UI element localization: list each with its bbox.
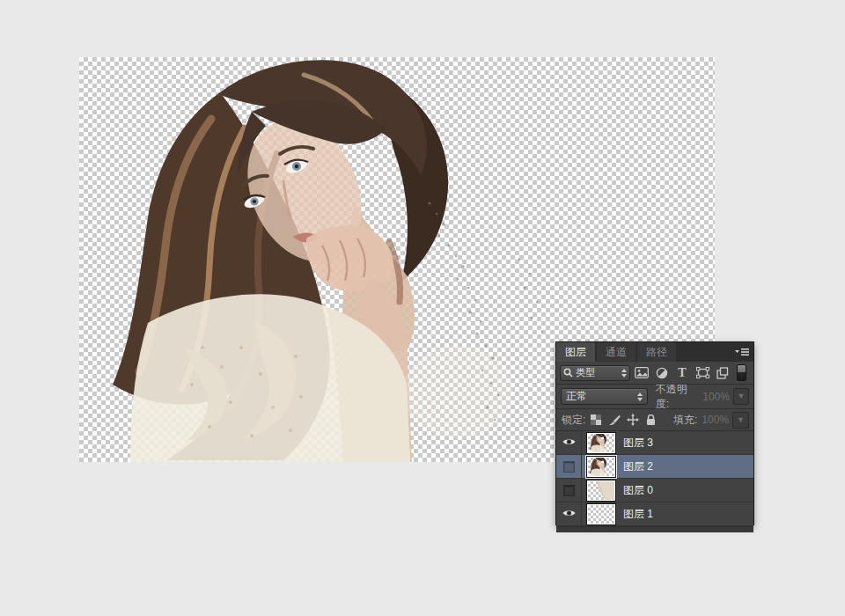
- tab-paths[interactable]: 路径: [637, 342, 676, 362]
- layer-thumbnail[interactable]: [587, 457, 615, 477]
- lock-label: 锁定:: [562, 413, 585, 428]
- filter-kind-select[interactable]: 类型: [560, 365, 630, 381]
- layer-name[interactable]: 图层 3: [623, 436, 653, 451]
- tab-layers[interactable]: 图层: [556, 342, 595, 362]
- filter-adjustment-layers-button[interactable]: [653, 365, 671, 381]
- layer-thumbnail[interactable]: [587, 433, 615, 453]
- layer-name[interactable]: 图层 1: [623, 507, 653, 522]
- lock-all-icon[interactable]: [643, 413, 659, 427]
- panel-menu-icon[interactable]: [734, 346, 750, 358]
- layer-row-3[interactable]: 图层 3: [556, 431, 753, 455]
- panel-tabbar: 图层 通道 路径: [556, 342, 753, 362]
- fill-value: 100%: [702, 414, 729, 426]
- layers-panel: 图层 通道 路径 类型: [555, 341, 754, 525]
- tab-channels[interactable]: 通道: [597, 342, 636, 362]
- visibility-toggle[interactable]: [556, 479, 582, 502]
- visibility-checkbox-empty: [563, 461, 575, 473]
- blend-mode-value: 正常: [566, 389, 637, 404]
- lock-row: 锁定: 填充: 100% ▼: [556, 409, 753, 431]
- layer-row-0[interactable]: 图层 0: [556, 479, 753, 502]
- blend-mode-select[interactable]: 正常: [561, 388, 648, 405]
- visibility-checkbox-empty: [563, 485, 575, 496]
- filter-pixel-layers-button[interactable]: [633, 365, 650, 381]
- fill-label: 填充:: [673, 413, 697, 428]
- eye-icon: [562, 436, 576, 449]
- layer-row-1[interactable]: 图层 1: [556, 502, 753, 526]
- blend-mode-row: 正常 不透明度: 100% ▼: [556, 385, 753, 409]
- visibility-toggle[interactable]: [556, 455, 582, 478]
- opacity-dropdown-button[interactable]: ▼: [733, 388, 749, 405]
- layer-thumbnail[interactable]: [587, 504, 615, 524]
- visibility-toggle[interactable]: [556, 502, 582, 525]
- layer-thumbnail[interactable]: [587, 480, 615, 501]
- lock-image-pixels-icon[interactable]: [606, 413, 622, 427]
- opacity-value: 100%: [702, 391, 730, 403]
- layer-row-2[interactable]: 图层 2: [556, 455, 753, 479]
- opacity-label: 不透明度:: [656, 382, 698, 412]
- search-icon: [563, 368, 573, 378]
- layer-name[interactable]: 图层 2: [623, 459, 653, 474]
- panel-bottom-strip: [556, 526, 753, 532]
- visibility-toggle[interactable]: [556, 431, 582, 454]
- filter-kind-label: 类型: [576, 366, 619, 379]
- updown-arrows-icon: [637, 392, 643, 401]
- eye-icon: [562, 508, 576, 520]
- fill-dropdown-button[interactable]: ▼: [732, 412, 749, 429]
- lock-position-icon[interactable]: [624, 413, 641, 427]
- updown-arrows-icon: [621, 369, 627, 378]
- filter-type-layers-button[interactable]: T: [673, 365, 691, 381]
- layer-name[interactable]: 图层 0: [623, 483, 653, 498]
- lock-transparent-pixels-icon[interactable]: [587, 413, 604, 427]
- layers-list: 图层 3 图层 2: [556, 431, 753, 526]
- filter-smart-objects-button[interactable]: [714, 365, 731, 381]
- filter-shape-layers-button[interactable]: [694, 365, 711, 381]
- layer-filter-toggle[interactable]: [737, 364, 746, 381]
